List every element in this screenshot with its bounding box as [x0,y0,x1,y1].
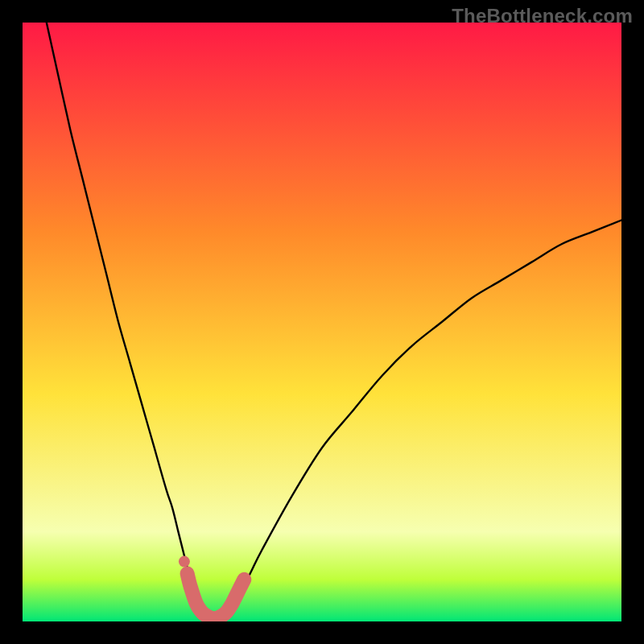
chart-background-gradient [23,23,621,621]
watermark-text: TheBottleneck.com [452,5,633,27]
bottleneck-chart [23,23,621,621]
highlight-dot [179,556,190,568]
plot-frame [23,23,621,621]
page-root: TheBottleneck.com [0,0,644,644]
